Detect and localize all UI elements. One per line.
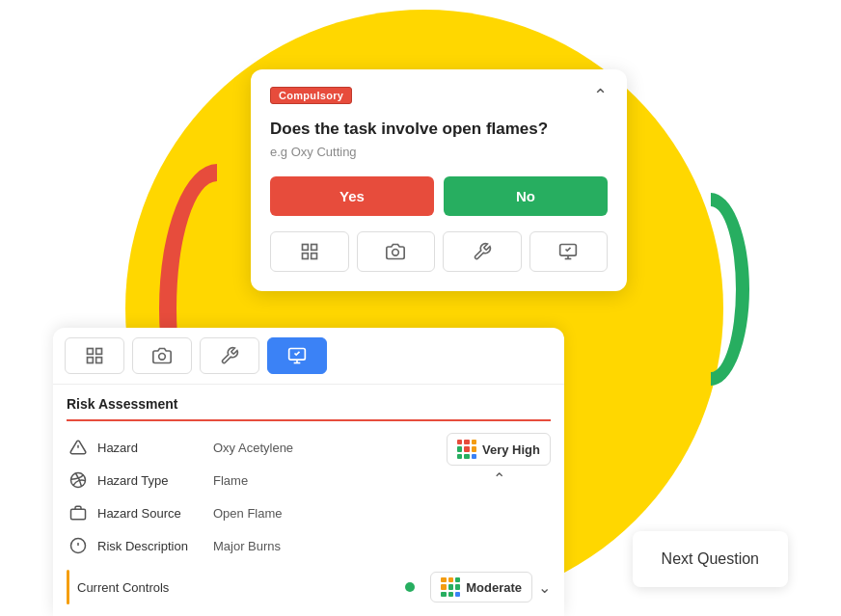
- table-row: Hazard Oxy Acetylene: [67, 431, 437, 464]
- current-controls-indicator: [67, 570, 69, 604]
- hazard-label: Hazard: [97, 441, 213, 455]
- dialog-icon-bar: [270, 231, 608, 272]
- svg-rect-3: [311, 254, 316, 259]
- toolbar-list-icon: [85, 346, 104, 365]
- compulsory-badge: Compulsory: [270, 87, 352, 104]
- risk-rows: Hazard Oxy Acetylene Hazard Type Flame: [67, 431, 437, 562]
- svg-rect-1: [311, 245, 316, 251]
- next-question-area: Next Question: [633, 531, 788, 587]
- hazard-type-label: Hazard Type: [97, 473, 213, 488]
- toolbar-wrench-btn[interactable]: [200, 337, 259, 374]
- bottom-toolbar: [53, 328, 564, 385]
- collapse-button[interactable]: ⌃: [593, 85, 608, 106]
- table-row: Risk Description Major Burns: [67, 529, 437, 562]
- no-button[interactable]: No: [444, 176, 608, 216]
- monitor-icon: [558, 242, 578, 261]
- moderate-chevron-down[interactable]: ⌄: [538, 578, 551, 597]
- dialog-card: Compulsory ⌃ Does the task involve open …: [251, 69, 627, 291]
- hazard-source-label: Hazard Source: [97, 506, 213, 521]
- toolbar-monitor-btn[interactable]: [267, 337, 327, 374]
- risk-grid-icon: [457, 440, 476, 459]
- moderate-grid-icon: [441, 577, 460, 597]
- bottom-panel: Risk Assessment Hazard Oxy Acetylene: [53, 328, 564, 616]
- table-row: Hazard Source Open Flame: [67, 496, 437, 529]
- toolbar-camera-btn[interactable]: [132, 337, 192, 374]
- risk-desc-icon: [67, 534, 90, 557]
- dialog-camera-icon-btn[interactable]: [357, 231, 436, 272]
- hazard-value: Oxy Acetylene: [213, 441, 293, 455]
- svg-point-4: [393, 250, 399, 256]
- moderate-label: Moderate: [466, 580, 522, 595]
- dialog-example: e.g Oxy Cutting: [270, 145, 608, 159]
- risk-desc-label: Risk Description: [97, 539, 213, 553]
- hazard-source-icon: [67, 501, 90, 524]
- svg-point-12: [159, 354, 166, 361]
- svg-rect-2: [302, 254, 308, 259]
- dialog-header: Compulsory ⌃: [270, 87, 608, 106]
- hazard-source-value: Open Flame: [213, 506, 283, 521]
- dialog-monitor-icon-btn[interactable]: [529, 231, 609, 272]
- risk-assessment-title: Risk Assessment: [67, 396, 551, 421]
- risk-assessment-section: Risk Assessment Hazard Oxy Acetylene: [53, 385, 564, 616]
- toolbar-list-btn[interactable]: [65, 337, 124, 374]
- hazard-icon: [67, 436, 90, 459]
- svg-rect-19: [71, 509, 86, 520]
- toolbar-wrench-icon: [220, 346, 239, 365]
- very-high-chevron-up[interactable]: ⌃: [493, 469, 505, 488]
- svg-rect-0: [302, 245, 308, 251]
- next-question-button[interactable]: Next Question: [633, 531, 788, 587]
- table-row: Hazard Type Flame: [67, 464, 437, 496]
- dialog-list-icon-btn[interactable]: [270, 231, 349, 272]
- toolbar-monitor-icon: [287, 346, 307, 365]
- dialog-question: Does the task involve open flames?: [270, 120, 608, 139]
- hazard-type-value: Flame: [213, 473, 248, 488]
- risk-desc-value: Major Burns: [213, 539, 281, 553]
- hazard-type-icon: [67, 469, 90, 492]
- very-high-badge: Very High: [447, 433, 551, 466]
- very-high-label: Very High: [482, 442, 540, 457]
- toolbar-camera-icon: [152, 346, 172, 365]
- dialog-buttons: Yes No: [270, 176, 608, 216]
- camera-icon: [386, 242, 405, 261]
- svg-rect-9: [96, 349, 102, 355]
- svg-rect-11: [96, 358, 102, 363]
- moderate-badge: Moderate: [430, 572, 532, 603]
- list-icon: [300, 242, 319, 261]
- svg-rect-8: [88, 349, 94, 355]
- current-controls-label: Current Controls: [77, 580, 399, 595]
- yes-button[interactable]: Yes: [270, 176, 434, 216]
- svg-rect-10: [88, 358, 94, 363]
- dialog-wrench-icon-btn[interactable]: [443, 231, 522, 272]
- wrench-icon: [473, 242, 492, 261]
- current-controls-dot: [405, 582, 415, 592]
